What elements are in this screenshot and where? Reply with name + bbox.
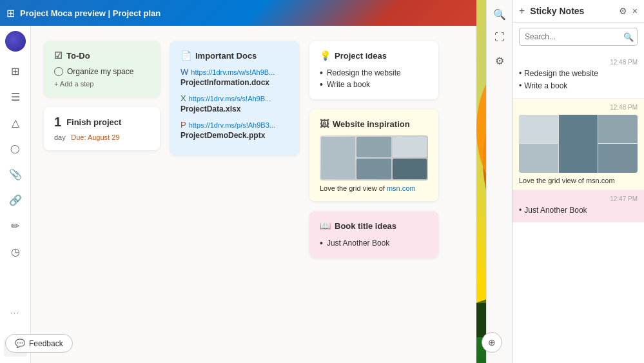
finish-due: day Due: August 29 bbox=[54, 131, 150, 142]
feedback-button[interactable]: 💬 Feedback bbox=[5, 334, 73, 353]
doc-link-excel[interactable]: X https://1drv.ms/s/s!Ah9B... bbox=[181, 93, 289, 103]
docs-icon: 📄 bbox=[181, 50, 191, 61]
sticky-note-1-text: Redesign the website Write a book bbox=[519, 68, 638, 92]
sticky-note-3-text: Just Another Book bbox=[519, 205, 638, 216]
sticky-notes-list: 12:48 PM Redesign the website Write a bo… bbox=[512, 51, 644, 363]
sidebar-item-chart[interactable]: △ bbox=[4, 111, 27, 134]
todo-item: Organize my space bbox=[54, 67, 150, 76]
sticky-search-icon: 🔍 bbox=[623, 32, 634, 42]
book-list: Just Another Book bbox=[320, 237, 428, 249]
strip-expand-icon[interactable]: ⛶ bbox=[491, 28, 509, 46]
doc-link-ppt[interactable]: P https://1drv.ms/p/s!Ah9B3... bbox=[181, 120, 289, 130]
sidebar-item-link[interactable]: 🔗 bbox=[4, 188, 27, 211]
sticky-notes-panel: + Sticky Notes ⚙ × 🔍 12:48 PM Redesign t… bbox=[512, 0, 644, 363]
idea-item-2: Write a book bbox=[320, 79, 428, 90]
zoom-icon: ⊕ bbox=[488, 337, 496, 348]
sidebar-item-ellipse[interactable]: ◷ bbox=[4, 240, 27, 263]
add-step-button[interactable]: + Add a step bbox=[54, 80, 150, 88]
sticky-note-image bbox=[519, 115, 638, 173]
book-title-card: 📖 Book title ideas Just Another Book bbox=[309, 211, 438, 258]
strip-settings-icon[interactable]: ⚙ bbox=[491, 52, 509, 70]
sidebar-item-circle[interactable]: ◯ bbox=[4, 137, 27, 160]
idea-item-1: Redesign the website bbox=[320, 67, 428, 79]
finish-project-card: 1 Finish project day Due: August 29 bbox=[44, 107, 160, 150]
sticky-note-1: 12:48 PM Redesign the website Write a bo… bbox=[512, 54, 644, 99]
book-title-header: 📖 Book title ideas bbox=[320, 221, 428, 231]
topbar-title: Project Moca preview | Project plan bbox=[20, 8, 549, 18]
website-link-text: Love the grid view of msn.com bbox=[320, 184, 428, 192]
doc-item-word: W https://1drv.ms/w/s!Ah9B... ProjectInf… bbox=[181, 67, 289, 87]
todo-checkbox[interactable] bbox=[54, 67, 63, 76]
right-strip: 🔍 ⛶ ⚙ bbox=[486, 0, 512, 363]
sidebar-item-list[interactable]: ☰ bbox=[4, 85, 27, 108]
user-avatar[interactable] bbox=[5, 31, 26, 52]
apps-grid-icon[interactable]: ⊞ bbox=[6, 7, 15, 19]
ideas-icon: 💡 bbox=[320, 50, 331, 61]
finish-header: 1 Finish project bbox=[54, 115, 150, 130]
zoom-button[interactable]: ⊕ bbox=[482, 332, 502, 353]
excel-icon: X bbox=[181, 93, 186, 103]
website-inspiration-card: 🖼 Website inspiration Love the bbox=[309, 110, 438, 201]
bullet-redesign: Redesign the website bbox=[519, 68, 638, 79]
sticky-notes-title: Sticky Notes bbox=[530, 6, 584, 16]
sidebar-item-pen[interactable]: ✏ bbox=[4, 214, 27, 237]
todo-card: ☑ To-Do Organize my space + Add a step bbox=[44, 41, 160, 97]
doc-item-ppt: P https://1drv.ms/p/s!Ah9B3... ProjectDe… bbox=[181, 120, 289, 140]
sticky-notes-header: + Sticky Notes ⚙ × bbox=[512, 0, 644, 23]
sticky-search-input[interactable] bbox=[519, 28, 638, 46]
sticky-close-icon[interactable]: × bbox=[632, 6, 638, 16]
strip-search-icon[interactable]: 🔍 bbox=[491, 5, 509, 23]
column-3: 💡 Project ideas Redesign the website Wri… bbox=[309, 41, 438, 258]
sticky-header-right: ⚙ × bbox=[619, 6, 638, 16]
website-image bbox=[320, 135, 428, 181]
left-sidebar: ⊞ ☰ △ ◯ 📎 🔗 ✏ ◷ ··· » bbox=[0, 26, 31, 363]
column-2: 📄 Important Docs W https://1drv.ms/w/s!A… bbox=[170, 41, 299, 155]
bullet-write: Write a book bbox=[519, 81, 638, 92]
ppt-icon: P bbox=[181, 120, 186, 130]
feedback-icon: 💬 bbox=[15, 338, 25, 348]
book-item-1: Just Another Book bbox=[320, 237, 428, 249]
docs-card-title: 📄 Important Docs bbox=[181, 50, 289, 61]
msn-link[interactable]: msn.com bbox=[387, 184, 416, 192]
main-area: ⊞ ☰ △ ◯ 📎 🔗 ✏ ◷ ··· » ☑ To-Do bbox=[0, 26, 644, 363]
sidebar-item-clip[interactable]: 📎 bbox=[4, 162, 27, 186]
book-icon: 📖 bbox=[320, 221, 331, 231]
sidebar-item-more[interactable]: ··· bbox=[4, 301, 27, 324]
doc-item-excel: X https://1drv.ms/s/s!Ah9B... ProjectDat… bbox=[181, 93, 289, 113]
project-ideas-card: 💡 Project ideas Redesign the website Wri… bbox=[309, 41, 438, 99]
word-icon: W bbox=[181, 67, 188, 77]
bullet-book: Just Another Book bbox=[519, 205, 638, 216]
column-1: ☑ To-Do Organize my space + Add a step 1 bbox=[44, 41, 160, 150]
sticky-note-2: 12:48 PM Love the grid view of msn.com bbox=[512, 99, 644, 190]
todo-card-title: ☑ To-Do bbox=[54, 50, 150, 61]
ideas-title: 💡 Project ideas bbox=[320, 50, 428, 61]
important-docs-card: 📄 Important Docs W https://1drv.ms/w/s!A… bbox=[170, 41, 299, 155]
sticky-note-3: 12:47 PM Just Another Book bbox=[512, 190, 644, 223]
sticky-search: 🔍 bbox=[519, 28, 638, 46]
ideas-list: Redesign the website Write a book bbox=[320, 67, 428, 90]
website-title: 🖼 Website inspiration bbox=[320, 119, 428, 129]
website-icon: 🖼 bbox=[320, 119, 329, 129]
sidebar-item-home[interactable]: ⊞ bbox=[4, 59, 27, 83]
todo-icon: ☑ bbox=[54, 50, 63, 61]
sticky-header-left: + Sticky Notes bbox=[519, 5, 584, 17]
sidebar-bottom: ··· bbox=[0, 301, 30, 324]
doc-link-word[interactable]: W https://1drv.ms/w/s!Ah9B... bbox=[181, 67, 289, 77]
sticky-gear-icon[interactable]: ⚙ bbox=[619, 6, 627, 16]
sticky-add-button[interactable]: + bbox=[519, 5, 525, 17]
